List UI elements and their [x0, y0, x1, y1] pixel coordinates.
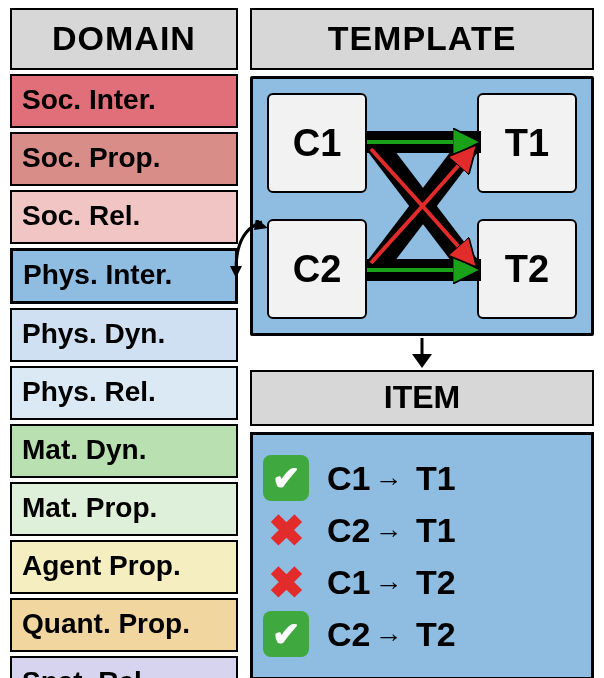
domain-item-7[interactable]: Mat. Prop.	[10, 482, 238, 536]
node-c1: C1	[267, 93, 367, 193]
node-t2: T2	[477, 219, 577, 319]
item-header: ITEM	[250, 370, 594, 426]
domain-item-2[interactable]: Soc. Rel.	[10, 190, 238, 244]
mapping-text: C2→ T1	[327, 511, 456, 550]
mapping-row-3: ✔C2→ T2	[263, 611, 581, 657]
mapping-row-2: ✖C1→ T2	[263, 559, 581, 605]
svg-rect-1	[365, 259, 481, 281]
domain-item-4[interactable]: Phys. Dyn.	[10, 308, 238, 362]
edges	[365, 93, 481, 319]
mapping-row-1: ✖C2→ T1	[263, 507, 581, 553]
check-icon: ✔	[263, 455, 309, 501]
node-t1: T1	[477, 93, 577, 193]
mapping-row-0: ✔C1→ T1	[263, 455, 581, 501]
arrow-template-to-item	[408, 338, 436, 368]
template-header: TEMPLATE	[250, 8, 594, 70]
mapping-text: C2→ T2	[327, 615, 456, 654]
edge-c2-t1	[371, 149, 473, 263]
domain-item-5[interactable]: Phys. Rel.	[10, 366, 238, 420]
domain-item-3[interactable]: Phys. Inter.	[10, 248, 238, 304]
cross-icon: ✖	[263, 507, 309, 553]
template-panel: C1 C2 T1 T2	[250, 76, 594, 336]
template-graph: C1 C2 T1 T2	[261, 87, 583, 325]
check-icon: ✔	[263, 611, 309, 657]
domain-item-0[interactable]: Soc. Inter.	[10, 74, 238, 128]
domain-item-6[interactable]: Mat. Dyn.	[10, 424, 238, 478]
item-panel: ✔C1→ T1✖C2→ T1✖C1→ T2✔C2→ T2	[250, 432, 594, 678]
domain-column: DOMAIN Soc. Inter.Soc. Prop.Soc. Rel.Phy…	[10, 8, 238, 678]
mapping-text: C1→ T2	[327, 563, 456, 602]
domain-item-1[interactable]: Soc. Prop.	[10, 132, 238, 186]
template-column: TEMPLATE C1 C2 T1 T2	[250, 8, 594, 678]
svg-rect-0	[365, 131, 481, 153]
node-c2: C2	[267, 219, 367, 319]
svg-marker-3	[412, 354, 432, 368]
mapping-text: C1→ T1	[327, 459, 456, 498]
edge-c1-t2	[371, 149, 473, 263]
domain-item-10[interactable]: Spat. Rel.	[10, 656, 238, 678]
domain-item-9[interactable]: Quant. Prop.	[10, 598, 238, 652]
domain-item-8[interactable]: Agent Prop.	[10, 540, 238, 594]
cross-icon: ✖	[263, 559, 309, 605]
domain-list: Soc. Inter.Soc. Prop.Soc. Rel.Phys. Inte…	[10, 74, 238, 678]
domain-header: DOMAIN	[10, 8, 238, 70]
